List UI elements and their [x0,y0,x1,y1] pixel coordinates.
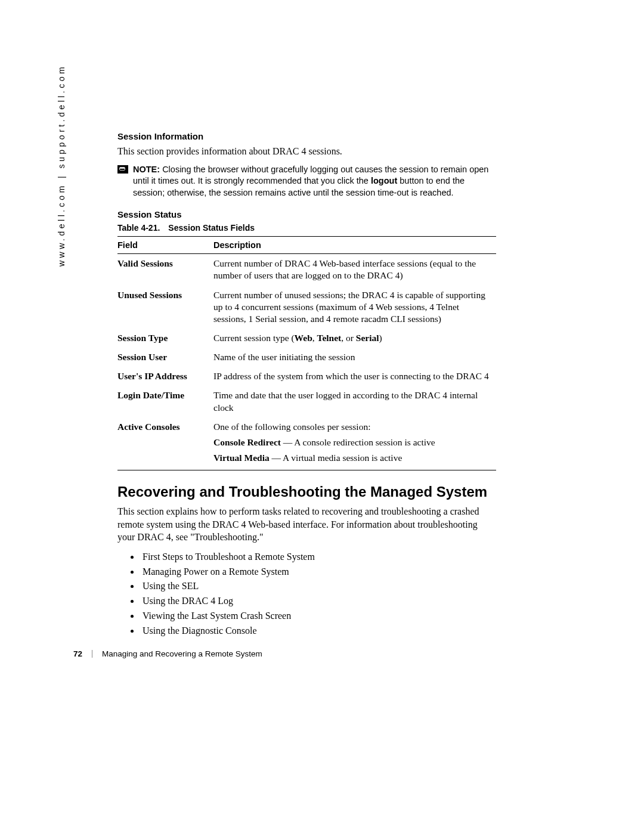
page-body: Session Information This section provide… [117,131,496,639]
desc-part: Current session type ( [213,333,295,343]
note-text: NOTE: Closing the browser without gracef… [133,164,496,199]
field-cell: Login Date/Time [117,386,213,417]
note-label: NOTE: [133,165,160,174]
list-item: Using the SEL [140,579,496,594]
desc-bold: Serial [356,333,379,343]
session-status-table: Field Description Valid Sessions Current… [117,236,496,470]
table-row: Valid Sessions Current number of DRAC 4 … [117,254,496,286]
session-information-paragraph: This section provides information about … [117,145,496,158]
table-caption: Table 4-21.Session Status Fields [117,223,496,233]
desc-bold: Console Redirect [213,437,281,447]
desc-bold: Web [295,333,312,343]
table-row: Unused Sessions Current number of unused… [117,286,496,329]
desc-part: — A console redirection session is activ… [281,437,435,447]
col-field: Field [117,237,213,254]
desc-cell: Current session type (Web, Telnet, or Se… [213,329,496,348]
page-footer: 72 Managing and Recovering a Remote Syst… [73,649,262,658]
note-inline-bold: logout [371,176,397,185]
list-item: Managing Power on a Remote System [140,565,496,580]
desc-cell: One of the following consoles per sessio… [213,417,496,470]
table-title: Session Status Fields [168,223,255,233]
desc-subline: Console Redirect — A console redirection… [213,436,493,448]
list-item: Using the Diagnostic Console [140,624,496,639]
desc-bold: Virtual Media [213,453,270,463]
list-item: First Steps to Troubleshoot a Remote Sys… [140,550,496,565]
session-status-heading: Session Status [117,209,496,219]
field-cell: User's IP Address [117,367,213,386]
table-row: User's IP Address IP address of the syst… [117,367,496,386]
footer-divider [92,650,92,658]
desc-part: ) [379,333,382,343]
note-icon [117,165,128,174]
session-information-heading: Session Information [117,131,496,141]
table-row: Session Type Current session type (Web, … [117,329,496,348]
desc-cell: Current number of DRAC 4 Web-based inter… [213,254,496,286]
desc-cell: Current number of unused sessions; the D… [213,286,496,329]
list-item: Viewing the Last System Crash Screen [140,609,496,624]
recovering-heading: Recovering and Troubleshooting the Manag… [117,484,496,500]
field-cell: Session User [117,348,213,367]
field-cell: Session Type [117,329,213,348]
desc-part: , or [341,333,356,343]
table-row: Session User Name of the user initiating… [117,348,496,367]
desc-cell: Time and date that the user logged in ac… [213,386,496,417]
note-block: NOTE: Closing the browser without gracef… [117,164,496,199]
table-number: Table 4-21. [117,223,160,233]
desc-line: One of the following consoles per sessio… [213,421,493,433]
desc-cell: Name of the user initiating the session [213,348,496,367]
table-row: Active Consoles One of the following con… [117,417,496,470]
table-row: Login Date/Time Time and date that the u… [117,386,496,417]
side-url-text: www.dell.com | support.dell.com [57,16,66,267]
footer-title: Managing and Recovering a Remote System [102,649,262,658]
field-cell: Unused Sessions [117,286,213,329]
desc-bold: Telnet [317,333,342,343]
list-item: Using the DRAC 4 Log [140,594,496,609]
field-cell: Valid Sessions [117,254,213,286]
recovering-paragraph: This section explains how to perform tas… [117,505,496,544]
col-description: Description [213,237,496,254]
desc-part: , [312,333,317,343]
bullet-list: First Steps to Troubleshoot a Remote Sys… [117,550,496,639]
page-number: 72 [73,649,82,658]
desc-part: — A virtual media session is active [270,453,402,463]
desc-subline: Virtual Media — A virtual media session … [213,452,493,464]
desc-cell: IP address of the system from which the … [213,367,496,386]
field-cell: Active Consoles [117,417,213,470]
